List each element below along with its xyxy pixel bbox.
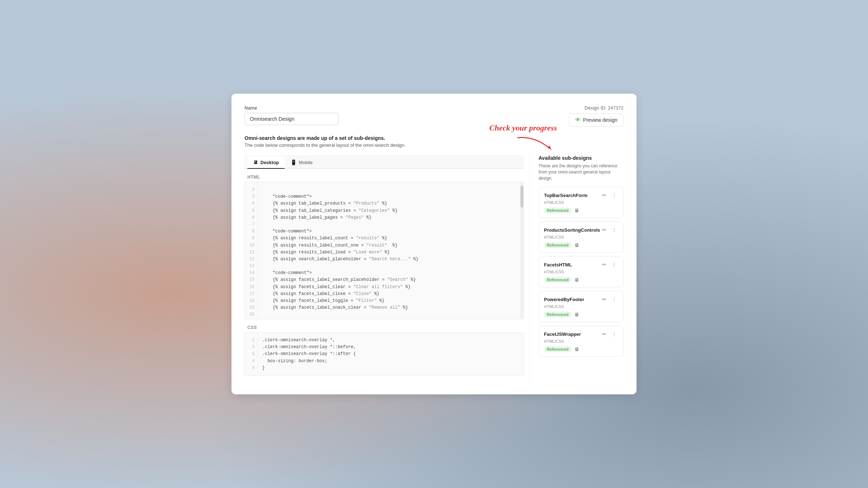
sub-design-footer: Referenced 🖥 bbox=[544, 312, 618, 317]
sub-design-type: HTML/CSS bbox=[544, 304, 618, 309]
sub-designs-title: Available sub-designs bbox=[539, 155, 624, 161]
sub-design-card: TopBarSearchForm ✏ ⋮ HTML/CSS Referenced… bbox=[539, 187, 624, 218]
sub-design-name: PoweredByFooter bbox=[544, 297, 584, 302]
edit-button[interactable]: ✏ bbox=[601, 261, 608, 268]
referenced-badge: Referenced bbox=[544, 207, 571, 213]
referenced-badge: Referenced bbox=[544, 346, 571, 352]
sub-design-card: ProductsSortingControls ✏ ⋮ HTML/CSS Ref… bbox=[539, 222, 624, 253]
sub-design-type: HTML/CSS bbox=[544, 270, 618, 274]
referenced-badge: Referenced bbox=[544, 242, 571, 248]
sub-design-name: TopBarSearchForm bbox=[544, 193, 587, 198]
name-label: Name bbox=[244, 105, 569, 111]
sub-design-actions: ✏ ⋮ bbox=[601, 330, 618, 338]
sub-design-header: TopBarSearchForm ✏ ⋮ bbox=[544, 192, 618, 199]
more-button[interactable]: ⋮ bbox=[610, 296, 618, 303]
sub-design-name: FacetsHTML bbox=[544, 262, 572, 267]
main-card: Name Check your progress Design ID: 2473… bbox=[231, 94, 637, 394]
sub-design-header: FacetsHTML ✏ ⋮ bbox=[544, 261, 618, 268]
preview-btn-label: Preview design bbox=[583, 117, 617, 123]
tabs-bar: 🖥 Desktop 📱 Mobile bbox=[244, 155, 524, 169]
sub-design-header: FacetJSWrapper ✏ ⋮ bbox=[544, 330, 618, 338]
more-button[interactable]: ⋮ bbox=[610, 330, 618, 338]
design-id: Design ID: 247372 bbox=[584, 105, 624, 111]
sub-design-type: HTML/CSS bbox=[544, 339, 618, 343]
css-code-content: .clerk-omnisearch-overlay *,.clerk-omnis… bbox=[258, 333, 523, 376]
name-section: Name bbox=[244, 105, 569, 125]
more-button[interactable]: ⋮ bbox=[610, 192, 618, 199]
description-title: Omni-search designs are made up of a set… bbox=[244, 135, 624, 141]
referenced-badge: Referenced bbox=[544, 312, 571, 317]
sub-designs-desc: These are the designs you can reference … bbox=[539, 163, 624, 181]
sub-design-actions: ✏ ⋮ bbox=[601, 261, 618, 268]
desktop-tab-icon: 🖥 bbox=[253, 159, 258, 165]
edit-button[interactable]: ✏ bbox=[601, 296, 608, 303]
sub-design-actions: ✏ ⋮ bbox=[601, 296, 618, 303]
edit-button[interactable]: ✏ bbox=[601, 330, 608, 338]
left-panel: 🖥 Desktop 📱 Mobile HTML 2345678910111213… bbox=[244, 155, 524, 381]
tab-mobile-label: Mobile bbox=[299, 160, 312, 165]
css-line-numbers: 12345 bbox=[245, 333, 258, 376]
sub-design-type: HTML/CSS bbox=[544, 235, 618, 239]
tab-desktop[interactable]: 🖥 Desktop bbox=[247, 157, 285, 169]
css-code-block[interactable]: 12345 .clerk-omnisearch-overlay *,.clerk… bbox=[244, 332, 524, 376]
sub-design-header: PoweredByFooter ✏ ⋮ bbox=[544, 296, 618, 303]
sub-design-desktop-icon: 🖥 bbox=[574, 277, 579, 283]
sub-design-desktop-icon: 🖥 bbox=[574, 207, 579, 213]
right-panel: Available sub-designs These are the desi… bbox=[529, 155, 624, 381]
sub-design-card: PoweredByFooter ✏ ⋮ HTML/CSS Referenced … bbox=[539, 291, 624, 322]
html-scrollbar[interactable] bbox=[520, 182, 523, 319]
sub-designs-list: TopBarSearchForm ✏ ⋮ HTML/CSS Referenced… bbox=[539, 187, 624, 357]
css-section-label: CSS bbox=[244, 325, 524, 330]
sub-design-name: ProductsSortingControls bbox=[544, 227, 600, 233]
html-code-block[interactable]: 23456789101112131415161718192021222324 "… bbox=[244, 182, 524, 319]
header-right: Design ID: 247372 👁 Preview design bbox=[569, 105, 624, 127]
sub-design-actions: ✏ ⋮ bbox=[601, 192, 618, 199]
referenced-badge: Referenced bbox=[544, 277, 571, 283]
sub-design-footer: Referenced 🖥 bbox=[544, 277, 618, 283]
description-text: The code below corresponds to the genera… bbox=[244, 142, 624, 148]
name-input[interactable] bbox=[244, 113, 339, 125]
sub-design-name: FacetJSWrapper bbox=[544, 331, 581, 337]
sub-design-desktop-icon: 🖥 bbox=[574, 346, 579, 352]
header-row: Name Check your progress Design ID: 2473… bbox=[244, 105, 624, 127]
more-button[interactable]: ⋮ bbox=[610, 226, 618, 234]
sub-design-card: FacetJSWrapper ✏ ⋮ HTML/CSS Referenced 🖥 bbox=[539, 326, 624, 357]
more-button[interactable]: ⋮ bbox=[610, 261, 618, 268]
sub-design-desktop-icon: 🖥 bbox=[574, 242, 579, 248]
edit-button[interactable]: ✏ bbox=[601, 226, 608, 234]
content-layout: 🖥 Desktop 📱 Mobile HTML 2345678910111213… bbox=[244, 155, 624, 381]
sub-design-type: HTML/CSS bbox=[544, 200, 618, 205]
description-section: Omni-search designs are made up of a set… bbox=[244, 135, 624, 148]
tab-desktop-label: Desktop bbox=[260, 160, 279, 165]
html-scrollbar-thumb bbox=[520, 186, 523, 207]
sub-design-footer: Referenced 🖥 bbox=[544, 242, 618, 248]
html-line-numbers: 23456789101112131415161718192021222324 bbox=[245, 182, 258, 319]
html-code-content: "code-comment"> {% assign tab_label_prod… bbox=[258, 182, 523, 319]
sub-design-desktop-icon: 🖥 bbox=[574, 312, 579, 317]
eye-icon: 👁 bbox=[575, 117, 581, 123]
preview-button[interactable]: 👁 Preview design bbox=[569, 114, 624, 127]
html-section-label: HTML bbox=[244, 175, 524, 180]
sub-design-actions: ✏ ⋮ bbox=[601, 226, 618, 234]
sub-design-card: FacetsHTML ✏ ⋮ HTML/CSS Referenced 🖥 bbox=[539, 256, 624, 287]
sub-design-header: ProductsSortingControls ✏ ⋮ bbox=[544, 226, 618, 234]
edit-button[interactable]: ✏ bbox=[601, 192, 608, 199]
tab-mobile[interactable]: 📱 Mobile bbox=[285, 157, 318, 169]
sub-design-footer: Referenced 🖥 bbox=[544, 346, 618, 352]
sub-design-footer: Referenced 🖥 bbox=[544, 207, 618, 213]
mobile-tab-icon: 📱 bbox=[290, 159, 297, 165]
